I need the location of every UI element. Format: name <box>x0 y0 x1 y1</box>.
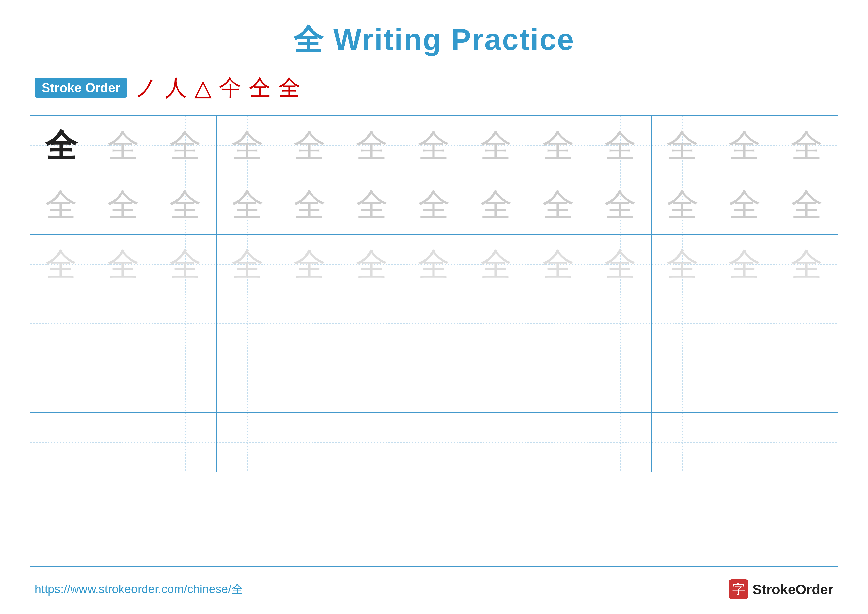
stroke-sequence: ノ 人 △ 仐 仝 全 <box>135 73 305 103</box>
footer-url[interactable]: https://www.strokeorder.com/chinese/全 <box>35 581 243 597</box>
grid-cell-6-13[interactable] <box>776 413 838 473</box>
grid-cell-2-12[interactable]: 全 <box>714 175 776 235</box>
char-ghost: 全 <box>169 129 202 162</box>
grid-cell-5-4[interactable] <box>217 353 279 413</box>
grid-cell-1-6[interactable]: 全 <box>341 116 403 175</box>
grid-cell-4-3[interactable] <box>154 294 217 353</box>
grid-cell-3-11[interactable]: 全 <box>652 235 714 294</box>
grid-cell-3-10[interactable]: 全 <box>589 235 651 294</box>
grid-cell-2-6[interactable]: 全 <box>341 175 403 235</box>
stroke-3: △ <box>194 75 217 101</box>
grid-cell-5-2[interactable] <box>92 353 154 413</box>
grid-cell-5-5[interactable] <box>279 353 341 413</box>
grid-cell-1-2[interactable]: 全 <box>92 116 154 175</box>
char-ghost: 全 <box>729 189 761 221</box>
grid-cell-3-5[interactable]: 全 <box>279 235 341 294</box>
grid-cell-6-8[interactable] <box>465 413 527 473</box>
grid-cell-5-13[interactable] <box>776 353 838 413</box>
stroke-5: 仝 <box>249 73 276 103</box>
grid-cell-1-9[interactable]: 全 <box>527 116 589 175</box>
grid-cell-6-9[interactable] <box>527 413 589 473</box>
grid-cell-2-1[interactable]: 全 <box>30 175 92 235</box>
grid-cell-2-5[interactable]: 全 <box>279 175 341 235</box>
grid-cell-4-4[interactable] <box>217 294 279 353</box>
grid-cell-5-3[interactable] <box>154 353 217 413</box>
grid-cell-5-10[interactable] <box>589 353 651 413</box>
grid-cell-2-9[interactable]: 全 <box>527 175 589 235</box>
grid-cell-1-10[interactable]: 全 <box>589 116 651 175</box>
grid-cell-5-8[interactable] <box>465 353 527 413</box>
grid-cell-6-6[interactable] <box>341 413 403 473</box>
grid-row-3: 全 全 全 全 全 全 全 全 全 <box>30 235 838 294</box>
grid-cell-1-8[interactable]: 全 <box>465 116 527 175</box>
grid-cell-6-1[interactable] <box>30 413 92 473</box>
char-ghost-light: 全 <box>542 248 574 280</box>
grid-cell-4-2[interactable] <box>92 294 154 353</box>
char-ghost-light: 全 <box>791 248 823 280</box>
grid-cell-2-8[interactable]: 全 <box>465 175 527 235</box>
grid-cell-2-4[interactable]: 全 <box>217 175 279 235</box>
grid-cell-4-9[interactable] <box>527 294 589 353</box>
grid-cell-4-12[interactable] <box>714 294 776 353</box>
char-ghost: 全 <box>666 129 699 162</box>
grid-cell-4-8[interactable] <box>465 294 527 353</box>
page-title: 全 Writing Practice <box>293 20 575 60</box>
grid-cell-3-13[interactable]: 全 <box>776 235 838 294</box>
grid-cell-3-4[interactable]: 全 <box>217 235 279 294</box>
grid-cell-2-2[interactable]: 全 <box>92 175 154 235</box>
grid-cell-3-8[interactable]: 全 <box>465 235 527 294</box>
grid-cell-5-7[interactable] <box>403 353 465 413</box>
grid-cell-2-3[interactable]: 全 <box>154 175 217 235</box>
grid-cell-6-3[interactable] <box>154 413 217 473</box>
grid-cell-3-2[interactable]: 全 <box>92 235 154 294</box>
grid-cell-2-10[interactable]: 全 <box>589 175 651 235</box>
grid-cell-6-7[interactable] <box>403 413 465 473</box>
grid-cell-3-1[interactable]: 全 <box>30 235 92 294</box>
grid-cell-1-11[interactable]: 全 <box>652 116 714 175</box>
char-ghost-light: 全 <box>45 248 77 280</box>
grid-cell-3-7[interactable]: 全 <box>403 235 465 294</box>
grid-cell-3-3[interactable]: 全 <box>154 235 217 294</box>
grid-cell-6-11[interactable] <box>652 413 714 473</box>
grid-cell-1-3[interactable]: 全 <box>154 116 217 175</box>
grid-cell-4-10[interactable] <box>589 294 651 353</box>
grid-cell-6-10[interactable] <box>589 413 651 473</box>
logo-char: 字 <box>732 581 745 598</box>
grid-cell-1-7[interactable]: 全 <box>403 116 465 175</box>
grid-cell-4-6[interactable] <box>341 294 403 353</box>
char-ghost: 全 <box>294 129 326 162</box>
practice-grid[interactable]: 全 全 全 全 全 全 全 全 全 <box>30 115 838 567</box>
grid-cell-4-7[interactable] <box>403 294 465 353</box>
char-ghost: 全 <box>356 129 388 162</box>
grid-cell-3-6[interactable]: 全 <box>341 235 403 294</box>
grid-cell-3-9[interactable]: 全 <box>527 235 589 294</box>
grid-cell-1-5[interactable]: 全 <box>279 116 341 175</box>
grid-cell-4-13[interactable] <box>776 294 838 353</box>
grid-cell-1-1[interactable]: 全 <box>30 116 92 175</box>
char-ghost: 全 <box>294 189 326 221</box>
grid-cell-6-5[interactable] <box>279 413 341 473</box>
grid-cell-2-7[interactable]: 全 <box>403 175 465 235</box>
grid-cell-2-13[interactable]: 全 <box>776 175 838 235</box>
grid-cell-4-5[interactable] <box>279 294 341 353</box>
grid-cell-6-4[interactable] <box>217 413 279 473</box>
char-ghost-light: 全 <box>294 248 326 280</box>
grid-cell-4-11[interactable] <box>652 294 714 353</box>
char-ghost-light: 全 <box>604 248 636 280</box>
stroke-order-row: Stroke Order ノ 人 △ 仐 仝 全 <box>30 73 838 103</box>
grid-cell-1-13[interactable]: 全 <box>776 116 838 175</box>
char-ghost: 全 <box>107 129 139 162</box>
grid-row-1: 全 全 全 全 全 全 全 全 全 <box>30 116 838 175</box>
grid-cell-1-12[interactable]: 全 <box>714 116 776 175</box>
grid-cell-2-11[interactable]: 全 <box>652 175 714 235</box>
grid-cell-4-1[interactable] <box>30 294 92 353</box>
grid-cell-5-9[interactable] <box>527 353 589 413</box>
grid-cell-3-12[interactable]: 全 <box>714 235 776 294</box>
grid-cell-5-12[interactable] <box>714 353 776 413</box>
grid-cell-5-6[interactable] <box>341 353 403 413</box>
grid-cell-5-1[interactable] <box>30 353 92 413</box>
grid-cell-6-12[interactable] <box>714 413 776 473</box>
grid-cell-1-4[interactable]: 全 <box>217 116 279 175</box>
grid-cell-5-11[interactable] <box>652 353 714 413</box>
grid-cell-6-2[interactable] <box>92 413 154 473</box>
